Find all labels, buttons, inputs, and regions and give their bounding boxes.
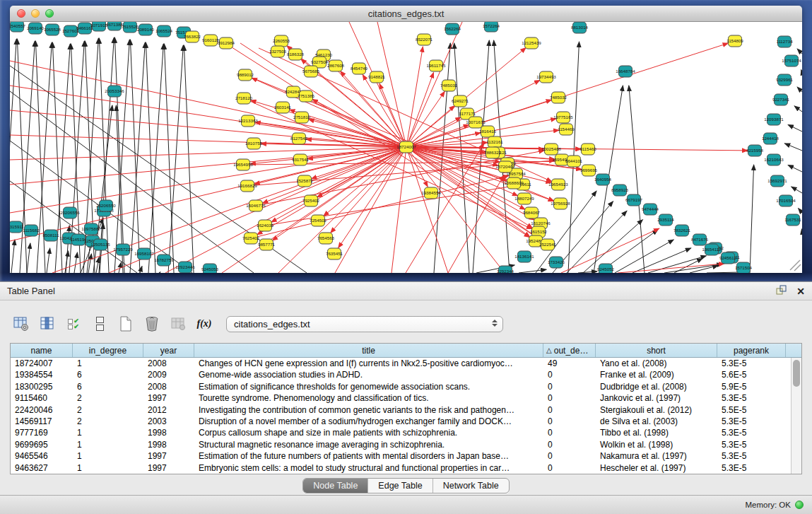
- graph-node[interactable]: 19775165: [553, 112, 573, 123]
- table-cell[interactable]: 2009: [143, 369, 194, 380]
- graph-node[interactable]: 9227341: [772, 94, 790, 105]
- graph-node[interactable]: 7886322: [484, 147, 502, 158]
- table-cell[interactable]: 9699695: [11, 439, 73, 450]
- table-row[interactable]: 1872400712008Changes of HCN gene express…: [11, 358, 801, 369]
- table-cell[interactable]: 9463627: [11, 462, 73, 474]
- graph-node[interactable]: 19734493: [536, 71, 556, 83]
- graph-node[interactable]: 7654563: [317, 233, 335, 244]
- graph-node[interactable]: 20206556: [60, 207, 80, 218]
- graph-node[interactable]: 15751074: [782, 55, 801, 66]
- column-pair-icon[interactable]: [90, 313, 110, 334]
- graph-node[interactable]: 12125439: [522, 37, 541, 49]
- table-cell[interactable]: Tibbo et al. (1998): [596, 427, 717, 438]
- table-cell[interactable]: 2008: [143, 358, 194, 369]
- function-builder-icon[interactable]: f(x): [194, 313, 214, 334]
- graph-node[interactable]: 1624035: [257, 220, 274, 231]
- table-cell[interactable]: 0: [543, 450, 596, 462]
- table-cell[interactable]: 9465546: [11, 450, 73, 462]
- table-cell[interactable]: 1998: [143, 427, 194, 438]
- graph-node[interactable]: 9857771: [258, 239, 276, 250]
- table-cell[interactable]: 1: [73, 450, 143, 462]
- graph-node[interactable]: 1571504: [735, 262, 753, 273]
- table-cell[interactable]: 1: [73, 462, 143, 474]
- table-cell[interactable]: 0: [543, 462, 596, 474]
- graph-node[interactable]: 1115682: [23, 225, 40, 236]
- graph-node[interactable]: 8454749: [351, 63, 368, 74]
- graph-node[interactable]: 6679197: [625, 194, 643, 206]
- graph-node[interactable]: 7663822: [184, 31, 201, 42]
- table-cell[interactable]: 2003: [143, 416, 194, 427]
- table-cell[interactable]: Stergiakouli et al. (2012): [596, 404, 717, 416]
- graph-node[interactable]: 1810755: [245, 138, 263, 149]
- graph-node[interactable]: 5675685: [302, 66, 320, 77]
- graph-node[interactable]: 9160128: [202, 35, 220, 46]
- table-cell[interactable]: Franke et al. (2009): [596, 369, 717, 380]
- graph-node[interactable]: 19384554: [421, 187, 441, 199]
- table-row[interactable]: 946554611997Estimation of the future num…: [11, 450, 801, 462]
- table-cell[interactable]: 6: [73, 381, 143, 392]
- graph-node[interactable]: 8471676: [691, 234, 709, 245]
- table-cell[interactable]: Changes of HCN gene expression and I(f) …: [194, 358, 543, 369]
- graph-node[interactable]: 10975887: [81, 223, 101, 235]
- table-row[interactable]: 1830029562008Estimation of significance …: [11, 381, 801, 392]
- scrollbar-thumb[interactable]: [793, 360, 800, 387]
- graph-node[interactable]: 2260553: [273, 35, 290, 47]
- table-vertical-scrollbar[interactable]: [791, 358, 801, 474]
- network-canvas[interactable]: 1540557206914010655281527602646616110719…: [10, 22, 802, 273]
- graph-node[interactable]: 9889012: [237, 69, 254, 81]
- table-cell[interactable]: 2008: [143, 381, 194, 392]
- canvas-resize-grip[interactable]: [790, 260, 801, 271]
- table-cell[interactable]: 0: [543, 404, 596, 416]
- table-cell[interactable]: 0: [543, 416, 596, 427]
- table-cell[interactable]: 49: [543, 358, 596, 369]
- graph-node[interactable]: 2751810: [293, 112, 311, 123]
- graph-node[interactable]: 9317541: [292, 154, 310, 165]
- table-cell[interactable]: 5.3E-5: [717, 450, 786, 462]
- table-row[interactable]: 1456911722003Disruption of a novel membe…: [11, 416, 801, 427]
- table-row[interactable]: 1938455462009Genome-wide association stu…: [11, 369, 801, 380]
- table-mode-icon[interactable]: [11, 313, 31, 334]
- graph-node[interactable]: 1065524: [155, 25, 173, 37]
- graph-node[interactable]: 9699695: [580, 165, 598, 176]
- graph-node[interactable]: 19654955: [233, 159, 253, 170]
- graph-node[interactable]: 2603141: [274, 102, 292, 113]
- table-cell[interactable]: 5.3E-5: [717, 416, 786, 427]
- table-cell[interactable]: Nakamura et al. (1997): [596, 450, 717, 462]
- table-cell[interactable]: 18724007: [11, 358, 73, 369]
- graph-node[interactable]: 16782759: [154, 255, 174, 266]
- table-row[interactable]: 2242004622012Investigating the contribut…: [11, 404, 801, 416]
- column-header-name[interactable]: name: [11, 344, 73, 357]
- table-row[interactable]: 946362711997Embryonic stem cells: a mode…: [11, 462, 801, 474]
- table-cell[interactable]: Genome-wide association studies in ADHD.: [194, 369, 543, 380]
- table-cell[interactable]: Wolkin et al. (1998): [596, 439, 717, 450]
- graph-node[interactable]: 7515526: [122, 22, 139, 33]
- column-header-title[interactable]: title: [194, 344, 543, 357]
- table-cell[interactable]: 1: [73, 358, 143, 369]
- column-header-out-de-[interactable]: △out_de…: [543, 344, 596, 357]
- table-cell[interactable]: 2: [73, 404, 143, 416]
- table-cell[interactable]: 2: [73, 416, 143, 427]
- graph-node[interactable]: 7925402: [302, 195, 320, 206]
- table-cell[interactable]: 2: [73, 392, 143, 404]
- graph-node[interactable]: 9474444: [642, 204, 659, 215]
- table-cell[interactable]: 9115460: [11, 392, 73, 404]
- column-header-short[interactable]: short: [596, 344, 717, 357]
- table-cell[interactable]: 5.3E-5: [717, 462, 786, 474]
- graph-node[interactable]: 2718120: [235, 93, 253, 104]
- graph-node[interactable]: 2069140: [27, 23, 45, 34]
- graph-node[interactable]: 7485032: [550, 92, 567, 103]
- table-cell[interactable]: Corpus callosum shape and size in male p…: [194, 427, 543, 438]
- graph-node[interactable]: 9245052: [597, 264, 615, 273]
- table-cell[interactable]: 0: [543, 369, 596, 380]
- table-cell[interactable]: 1997: [143, 450, 194, 462]
- table-cell[interactable]: Estimation of significance thresholds fo…: [194, 381, 543, 392]
- graph-node[interactable]: 1540557: [10, 22, 26, 32]
- graph-node[interactable]: 9115460: [579, 144, 596, 155]
- table-cell[interactable]: 0: [543, 392, 596, 404]
- graph-node[interactable]: 1525872: [296, 175, 314, 187]
- new-column-icon[interactable]: [116, 313, 136, 334]
- graph-node[interactable]: 17016504: [776, 195, 796, 206]
- graph-node[interactable]: 1065528: [44, 24, 61, 35]
- graph-node[interactable]: 1154469: [558, 124, 575, 135]
- graph-node[interactable]: 1154809: [726, 35, 743, 47]
